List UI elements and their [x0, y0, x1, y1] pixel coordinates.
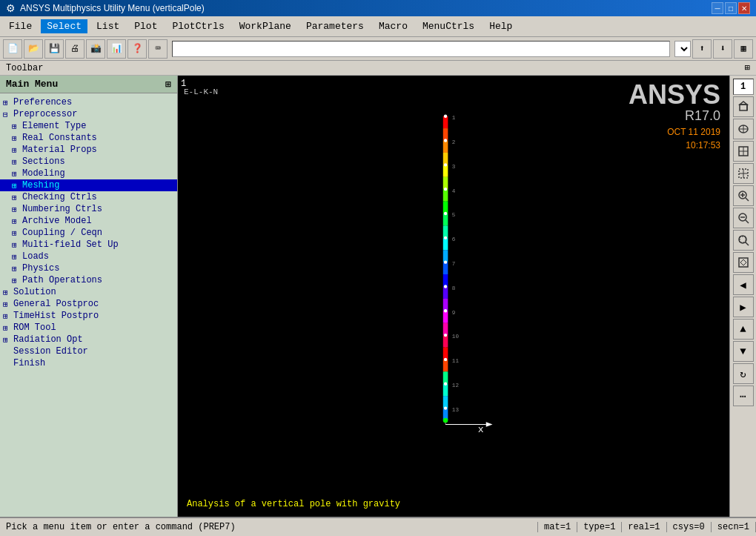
menu-plot[interactable]: Plot	[128, 19, 163, 33]
svg-rect-24	[443, 396, 448, 408]
minimize-button[interactable]: ─	[712, 2, 723, 14]
svg-rect-22	[443, 371, 448, 383]
svg-rect-56	[740, 105, 747, 110]
tree-item-numbering-ctrls[interactable]: ⊞ Numbering Ctrls	[0, 203, 177, 215]
svg-point-28	[444, 163, 447, 166]
svg-rect-17	[443, 311, 448, 322]
expander-preferences: ⊞	[3, 98, 13, 107]
tree-item-archive-model[interactable]: ⊞ Archive Model	[0, 215, 177, 227]
toolbar-area: 📄 📂 💾 🖨 📸 📊 ❓ ⌨ ⬆ ⬇ ▦	[0, 37, 756, 61]
tree-item-timehist-postpro[interactable]: ⊞ TimeHist Postpro	[0, 310, 177, 322]
iso-view-btn[interactable]	[733, 96, 754, 117]
tb-extra[interactable]: ▦	[734, 39, 753, 59]
tb-print[interactable]: 🖨	[65, 39, 84, 59]
fit-btn[interactable]	[733, 252, 754, 273]
tb-open[interactable]: 📂	[24, 39, 43, 59]
toolbar-collapse[interactable]: ⊞	[745, 62, 750, 73]
command-history[interactable]	[674, 41, 691, 57]
oblique-btn[interactable]	[733, 119, 754, 139]
zoom-in-btn[interactable]	[733, 185, 754, 206]
tree-item-real-constants[interactable]: ⊞ Real Constants	[0, 132, 177, 144]
svg-point-37	[444, 383, 447, 386]
svg-text:5: 5	[452, 212, 456, 218]
expander-numbering-ctrls: ⊞	[12, 205, 22, 214]
tree-item-element-type[interactable]: ⊞ Element Type	[0, 120, 177, 132]
menu-bar: File Select List Plot PlotCtrls WorkPlan…	[0, 16, 756, 37]
expander-material-props: ⊞	[12, 145, 22, 155]
tree-item-preferences[interactable]: ⊞ Preferences	[0, 96, 177, 108]
rotate-btn[interactable]: ↻	[733, 363, 754, 384]
svg-rect-5	[443, 165, 448, 176]
expander-multi-field: ⊞	[12, 240, 22, 250]
menu-plotctrls[interactable]: PlotCtrls	[166, 19, 230, 33]
svg-text:9: 9	[452, 310, 456, 316]
menu-parameters[interactable]: Parameters	[300, 19, 370, 33]
model-visualization: 1 2 3 4 5 6 7 8 9 10 11 12 13 x	[178, 76, 729, 473]
tree-item-preprocessor[interactable]: ⊟ Preprocessor	[0, 108, 177, 120]
svg-marker-55	[486, 422, 493, 427]
menu-menuctrls[interactable]: MenuCtrls	[417, 19, 480, 33]
tree-item-physics[interactable]: ⊞ Physics	[0, 262, 177, 274]
tree-item-radiation-opt[interactable]: ⊞ Radiation Opt	[0, 334, 177, 345]
menu-workplane[interactable]: WorkPlane	[233, 19, 297, 33]
svg-point-33	[444, 285, 447, 288]
pan-left-btn[interactable]: ◀	[733, 274, 754, 295]
command-input[interactable]	[172, 41, 670, 57]
svg-point-27	[444, 139, 447, 142]
tree-item-solution[interactable]: ⊞ Solution	[0, 286, 177, 298]
tree-item-loads[interactable]: ⊞ Loads	[0, 251, 177, 262]
tb-help[interactable]: ❓	[127, 39, 147, 59]
expander-meshing: ⊞	[12, 181, 22, 191]
tree-item-checking-ctrls[interactable]: ⊞ Checking Ctrls	[0, 191, 177, 203]
expander-general-postproc: ⊞	[3, 300, 13, 309]
svg-text:10: 10	[452, 334, 460, 340]
maximize-button[interactable]: □	[725, 2, 737, 14]
tree-item-session-editor[interactable]: Session Editor	[0, 345, 177, 357]
tb-save[interactable]: 💾	[44, 39, 64, 59]
tb-back[interactable]: ⬆	[692, 39, 712, 59]
zoom-out-btn[interactable]	[733, 208, 754, 228]
menu-select[interactable]: Select	[41, 19, 87, 33]
tree-item-path-operations[interactable]: ⊞ Path Operations	[0, 274, 177, 286]
status-mat: mat=1	[538, 522, 577, 532]
tree-item-finish[interactable]: Finish	[0, 357, 177, 369]
tree-item-material-props[interactable]: ⊞ Material Props	[0, 144, 177, 156]
tree-item-general-postproc[interactable]: ⊞ General Postproc	[0, 298, 177, 310]
svg-rect-10	[443, 225, 448, 237]
svg-point-29	[444, 188, 447, 191]
tb-capture[interactable]: 📸	[86, 39, 105, 59]
main-menu-header: Main Menu ⊞	[0, 76, 177, 93]
status-type: type=1	[577, 522, 622, 532]
tb-cmd[interactable]: ⌨	[148, 39, 168, 59]
tree-item-meshing[interactable]: ⊞ Meshing	[0, 179, 177, 191]
tree-item-multi-field[interactable]: ⊞ Multi-field Set Up	[0, 239, 177, 251]
svg-line-69	[746, 198, 749, 201]
status-real: real=1	[622, 522, 666, 532]
tb-forward[interactable]: ⬇	[713, 39, 732, 59]
front-btn[interactable]	[733, 141, 754, 162]
pan-down-btn[interactable]: ▼	[733, 341, 754, 362]
svg-rect-2	[443, 128, 448, 140]
svg-text:13: 13	[452, 407, 460, 413]
expander-solution: ⊞	[3, 288, 13, 297]
tb-new[interactable]: 📄	[3, 39, 22, 59]
tree-item-modeling[interactable]: ⊞ Modeling	[0, 168, 177, 179]
viewport: 1 E-L-K-N ANSYS R17.0 OCT 11 2019 10:17:…	[178, 76, 729, 517]
close-button[interactable]: ✕	[738, 2, 750, 14]
tree-item-rom-tool[interactable]: ⊞ ROM Tool	[0, 322, 177, 334]
menu-help[interactable]: Help	[483, 19, 518, 33]
svg-rect-20	[443, 348, 448, 360]
more-btn[interactable]: ⋯	[733, 386, 754, 406]
menu-list[interactable]: List	[90, 19, 125, 33]
svg-text:4: 4	[452, 188, 456, 194]
zoom-box-btn[interactable]	[733, 230, 754, 251]
tree-item-coupling-ceqn[interactable]: ⊞ Coupling / Ceqn	[0, 227, 177, 239]
pan-up-btn[interactable]: ▲	[733, 319, 754, 340]
main-menu-collapse[interactable]: ⊞	[165, 79, 171, 90]
menu-file[interactable]: File	[3, 19, 38, 33]
back-btn[interactable]	[733, 163, 754, 184]
tree-item-sections[interactable]: ⊞ Sections	[0, 156, 177, 168]
menu-macro[interactable]: Macro	[373, 19, 414, 33]
pan-right-btn[interactable]: ▶	[733, 297, 754, 317]
tb-plot[interactable]: 📊	[107, 39, 126, 59]
